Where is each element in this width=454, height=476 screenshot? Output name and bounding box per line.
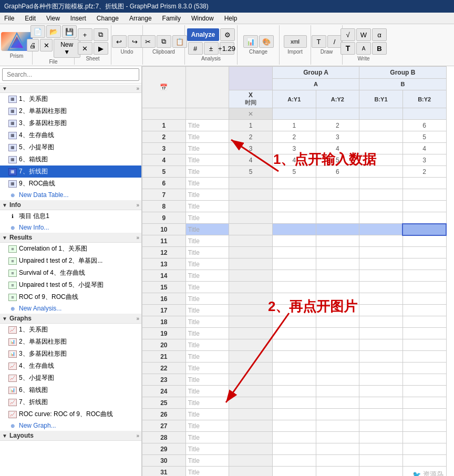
row-by2[interactable]: 6 [403,120,446,131]
sidebar-graph-5[interactable]: 📈 5、小提琴图 [0,372,141,384]
row-ay2[interactable] [316,235,359,247]
row-x[interactable] [229,339,273,351]
row-ay2[interactable] [316,328,359,339]
row-x[interactable] [229,235,273,247]
row-by2[interactable] [403,282,446,293]
row-ay1[interactable] [272,467,316,477]
row-by2[interactable] [403,224,446,235]
menu-family[interactable]: Family [160,14,183,23]
row-title[interactable]: Title [185,420,229,432]
sidebar-item-roc9[interactable]: ≡ ROC of 9、ROC曲线 [0,291,141,303]
table-row[interactable]: 9Title [142,212,447,224]
table-row[interactable]: 10Title [142,224,447,235]
row-ay2[interactable] [316,247,359,258]
write-bold-btn[interactable]: B [372,42,387,55]
row-x[interactable] [229,247,273,258]
row-ay2[interactable] [316,305,359,316]
row-by2[interactable]: 4 [403,143,446,154]
row-by2[interactable] [403,339,446,351]
row-title[interactable]: Title [185,247,229,258]
row-ay1[interactable] [272,247,316,258]
row-by1[interactable] [359,270,403,282]
sheet-nav-btn[interactable]: ▶ [94,42,108,55]
row-title[interactable]: Title [185,455,229,467]
row-ay1[interactable] [272,363,316,374]
row-ay1[interactable]: 2 [272,131,316,143]
row-x[interactable]: 3 [229,143,273,154]
row-x[interactable] [229,224,273,235]
row-by2[interactable] [403,363,446,374]
row-by1[interactable] [359,339,403,351]
table-row[interactable]: 11Title [142,235,447,247]
row-title[interactable]: Title [185,154,229,166]
row-by1[interactable] [359,120,403,131]
row-by2[interactable] [403,386,446,397]
row-title[interactable]: Title [185,120,229,131]
write-T-btn[interactable]: T [340,42,355,55]
sidebar-graph-roc[interactable]: 📈 ROC curve: ROC of 9、ROC曲线 [0,408,141,420]
row-ay2[interactable] [316,339,359,351]
sidebar-graph-1[interactable]: 📈 1、关系图 [0,324,141,336]
row-by1[interactable] [359,328,403,339]
row-by2[interactable]: 5 [403,131,446,143]
row-ay1[interactable]: 4 [272,154,316,166]
write-sqrt-btn[interactable]: √ [340,28,355,41]
table-row[interactable]: 20Title [142,339,447,351]
row-x[interactable]: 1 [229,120,273,131]
table-row[interactable]: 4Title4453 [142,154,447,166]
row-x[interactable] [229,467,273,477]
open-file-btn[interactable]: 📂 [46,25,61,38]
sidebar-item-9-roc[interactable]: ▦ 9、ROC曲线 [0,178,141,190]
row-by1[interactable] [359,374,403,386]
sidebar-item-new-graph[interactable]: ⊕ New Graph... [0,420,141,431]
row-by2[interactable] [403,270,446,282]
row-ay1[interactable] [272,282,316,293]
row-x[interactable] [229,212,273,224]
row-title[interactable]: Title [185,270,229,282]
menu-arrange[interactable]: Arrange [127,14,154,23]
undo-btn[interactable]: ↩ [112,35,127,48]
menu-help[interactable]: Help [222,14,240,23]
row-by2[interactable]: 3 [403,154,446,166]
table-row[interactable]: 15Title [142,282,447,293]
table-row[interactable]: 26Title [142,409,447,420]
section-results[interactable]: ▼ Results » [0,233,141,243]
table-row[interactable]: 2Title2235 [142,131,447,143]
row-ay2[interactable] [316,432,359,443]
menu-window[interactable]: Window [189,14,216,23]
row-title[interactable]: Title [185,386,229,397]
row-by2[interactable] [403,189,446,201]
row-ay2[interactable]: 5 [316,154,359,166]
row-by2[interactable] [403,212,446,224]
row-by1[interactable] [359,455,403,467]
row-ay1[interactable] [272,420,316,432]
row-ay2[interactable] [316,420,359,432]
row-by1[interactable] [359,420,403,432]
row-by1[interactable] [359,178,403,189]
row-by1[interactable] [359,166,403,178]
row-ay1[interactable] [272,409,316,420]
stats-btn[interactable]: ± [204,42,219,55]
row-title[interactable]: Title [185,178,229,189]
row-title[interactable]: Title [185,443,229,455]
row-by2[interactable] [403,201,446,212]
row-by1[interactable] [359,363,403,374]
sidebar-item-5-violin[interactable]: ▦ 5、小提琴图 [0,141,141,153]
row-ay2[interactable]: 2 [316,120,359,131]
row-by2[interactable] [403,420,446,432]
row-x[interactable] [229,351,273,363]
row-x[interactable] [229,420,273,432]
row-x[interactable] [229,258,273,270]
row-ay1[interactable] [272,212,316,224]
row-ay1[interactable] [272,432,316,443]
row-ay2[interactable] [316,258,359,270]
row-by1[interactable] [359,386,403,397]
row-ay1[interactable] [272,374,316,386]
row-ay2[interactable] [316,467,359,477]
close-btn[interactable]: ✕ [40,39,53,51]
table-row[interactable]: 22Title [142,363,447,374]
row-ay1[interactable] [272,316,316,328]
row-by1[interactable] [359,282,403,293]
row-title[interactable]: Title [185,432,229,443]
row-ay1[interactable] [272,455,316,467]
